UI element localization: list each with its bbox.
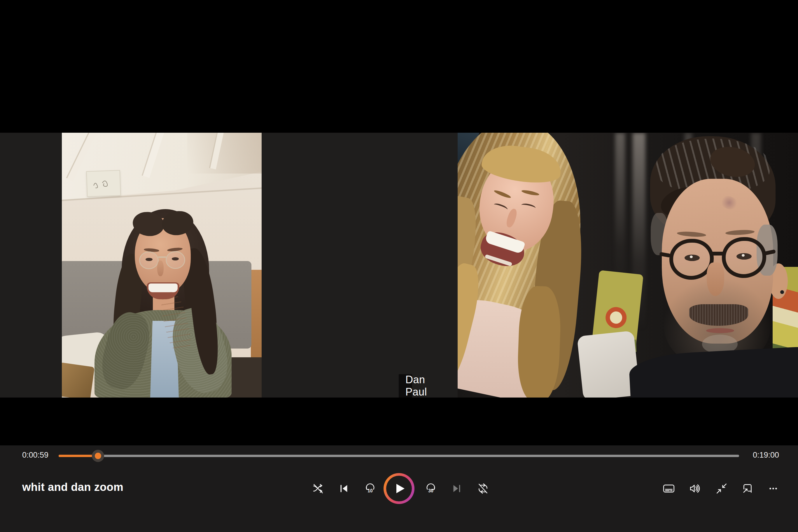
more-options-button[interactable]	[765, 480, 782, 497]
left-participant-eye	[146, 258, 153, 261]
subtitles-button[interactable]	[660, 480, 677, 497]
shuffle-button[interactable]	[310, 480, 327, 497]
right-participant-man	[633, 138, 798, 398]
svg-text:10: 10	[367, 488, 373, 493]
play-button-inner	[386, 476, 412, 501]
next-track-icon	[450, 482, 463, 495]
next-track-button[interactable]	[448, 480, 465, 497]
media-player-window: Dan Paul 0:00:59 0:19:00 whit and dan zo…	[0, 0, 798, 532]
skip-back-10-icon: 10	[363, 482, 377, 495]
media-title: whit and dan zoom	[22, 481, 124, 494]
left-participant-eye	[172, 257, 179, 261]
volume-button[interactable]	[686, 480, 703, 497]
video-feed-left	[62, 133, 262, 398]
seek-thumb[interactable]	[92, 450, 104, 462]
wood-furniture	[62, 362, 95, 398]
skip-forward-30-icon: 30	[424, 482, 437, 495]
man-glasses-bridge	[711, 252, 724, 255]
man-earring	[780, 290, 784, 294]
pillow-pattern	[605, 306, 628, 329]
man-nose	[707, 263, 724, 296]
participant-name-text: Dan Paul	[405, 374, 427, 398]
mini-player-button[interactable]	[739, 480, 756, 497]
repeat-off-icon	[476, 482, 490, 495]
playback-control-bar: 0:00:59 0:19:00 whit and dan zoom	[0, 445, 798, 532]
more-options-icon	[766, 482, 780, 495]
video-stage[interactable]: Dan Paul	[0, 133, 798, 398]
skip-forward-30-button[interactable]: 30	[422, 480, 439, 497]
exit-fullscreen-button[interactable]	[713, 480, 730, 497]
man-tshirt	[628, 346, 798, 398]
ceiling-shadow	[187, 133, 262, 173]
play-button[interactable]	[383, 473, 415, 504]
shuffle-off-icon	[311, 482, 325, 495]
previous-track-icon	[338, 482, 351, 495]
previous-track-button[interactable]	[336, 480, 353, 497]
svg-text:30: 30	[428, 488, 433, 493]
man-mouth	[706, 328, 734, 333]
wall-picture	[86, 170, 121, 197]
participant-name-label: Dan Paul	[399, 374, 412, 398]
left-participant-glasses-bridge	[158, 256, 166, 258]
left-participant-teeth	[149, 284, 178, 292]
elapsed-time: 0:00:59	[22, 451, 49, 460]
play-icon	[394, 482, 406, 495]
man-glasses	[722, 237, 766, 278]
exit-fullscreen-icon	[715, 482, 728, 495]
mini-player-icon	[741, 482, 755, 495]
video-feed-right	[458, 133, 798, 398]
skip-back-10-button[interactable]: 10	[362, 480, 379, 497]
total-duration: 0:19:00	[753, 451, 779, 460]
man-mustache	[689, 304, 748, 326]
left-participant-nose	[157, 261, 164, 276]
repeat-button[interactable]	[475, 480, 492, 497]
subtitles-icon	[662, 482, 676, 495]
seek-bar[interactable]	[59, 452, 739, 460]
volume-icon	[688, 482, 701, 495]
seek-track[interactable]	[59, 455, 739, 457]
